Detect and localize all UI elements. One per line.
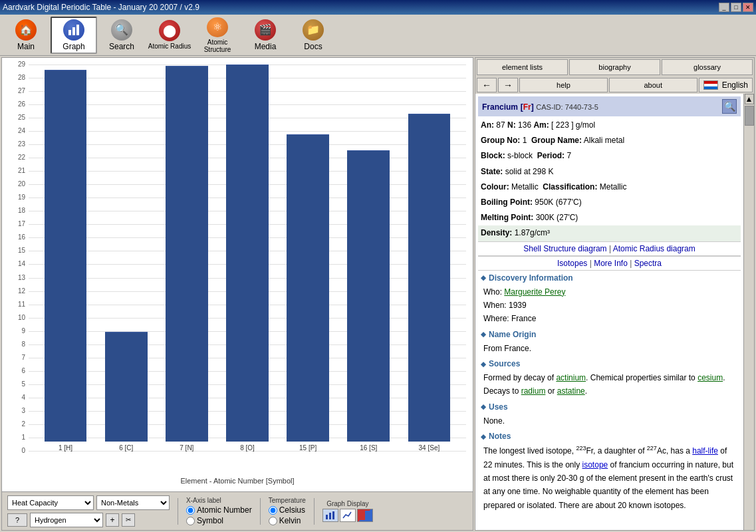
- melting-row: Melting Point: 300K (27'C): [478, 210, 741, 225]
- scrollbar-thumb[interactable]: [745, 106, 754, 126]
- melting-point: 300K (27'C): [536, 213, 578, 222]
- radium-link[interactable]: radium: [521, 386, 546, 396]
- celsius-radio[interactable]: [269, 506, 277, 515]
- bar[interactable]: [347, 150, 390, 442]
- sources-content: Formed by decay of actinium. Chemical pr…: [478, 370, 741, 400]
- half-life-link[interactable]: half-life: [692, 446, 718, 456]
- language-button[interactable]: English: [699, 78, 753, 92]
- help-button[interactable]: ?: [7, 513, 27, 527]
- period: 7: [567, 151, 571, 160]
- back-button[interactable]: ←: [477, 78, 497, 92]
- y-axis-label: 11: [9, 301, 25, 308]
- element-search-button[interactable]: 🔍: [722, 99, 737, 114]
- toolbar-graph-label: Graph: [63, 42, 84, 51]
- y-axis-label: 10: [9, 314, 25, 321]
- melting-label: Melting Point:: [481, 213, 533, 222]
- isotope-link[interactable]: isotope: [582, 460, 608, 469]
- block-period-row: Block: s-block Period: 7: [478, 148, 741, 164]
- bar[interactable]: [408, 114, 451, 442]
- bar-chart-button[interactable]: [322, 509, 338, 522]
- graph-display-section: Graph Display: [322, 500, 373, 522]
- toolbar-media-button[interactable]: 🎬 Media: [242, 17, 289, 54]
- uses-diamond-icon: ◆: [481, 403, 486, 410]
- titlebar: Aardvark Digital Periodic Table - Januar…: [0, 0, 756, 15]
- symbol-radio-label[interactable]: Symbol: [186, 516, 252, 525]
- element-links-2: Isotopes | More Info | Spectra: [478, 256, 741, 271]
- bar[interactable]: [45, 70, 87, 442]
- help-nav-button[interactable]: help: [519, 78, 608, 92]
- actinium-link[interactable]: actinium: [556, 373, 586, 382]
- state: solid at 298 K: [505, 167, 554, 176]
- more-info-link[interactable]: More Info: [594, 259, 628, 268]
- name-origin-content: From France.: [478, 340, 741, 356]
- cesium-link[interactable]: cesium: [697, 373, 723, 382]
- bar[interactable]: [226, 65, 269, 442]
- y-axis-label: 26: [9, 100, 25, 108]
- close-button[interactable]: ✕: [743, 3, 753, 12]
- atomic-number-radio-label[interactable]: Atomic Number: [186, 505, 252, 515]
- spectra-link[interactable]: Spectra: [634, 259, 662, 268]
- flag-icon: [703, 80, 718, 90]
- biography-tab[interactable]: biography: [569, 59, 660, 75]
- atomic-number-radio[interactable]: [186, 506, 195, 515]
- boiling-row: Boiling Point: 950K (677'C): [478, 195, 741, 210]
- temperature-section: Temperature Celsius Kelvin: [269, 497, 306, 525]
- bar-group: 1 [H]: [35, 65, 96, 452]
- maximize-button[interactable]: □: [731, 3, 741, 12]
- svg-rect-6: [360, 511, 365, 520]
- forward-button[interactable]: →: [498, 78, 518, 92]
- state-label: State:: [481, 167, 503, 176]
- atomic-radius-link[interactable]: Atomic Radius diagram: [613, 244, 695, 253]
- y-axis-label: 28: [9, 74, 25, 81]
- type-row: Heat Capacity Non-Metals: [7, 495, 170, 510]
- bar-group: 8 [O]: [217, 65, 277, 452]
- group-name: Alkali metal: [584, 136, 624, 145]
- graph-type-select[interactable]: Heat Capacity: [7, 495, 94, 510]
- celsius-radio-label[interactable]: Celsius: [269, 505, 306, 515]
- bar[interactable]: [287, 134, 329, 442]
- atomic-radius-icon: ⬤: [159, 20, 180, 41]
- cut-button[interactable]: ✂: [122, 513, 135, 527]
- bar-label: 15 [P]: [299, 444, 316, 452]
- bar[interactable]: [166, 66, 208, 442]
- svg-rect-1: [72, 27, 75, 35]
- toolbar-atomic-radius-button[interactable]: ⬤ Atomic Radius: [146, 17, 193, 54]
- y-axis-label: 0: [9, 447, 25, 454]
- name-origin-title: Name Origin: [489, 330, 536, 339]
- shell-structure-link[interactable]: Shell Structure diagram: [523, 244, 606, 253]
- element-lists-tab[interactable]: element lists: [477, 59, 568, 75]
- element-mass-row: An: 87 N: 136 Am: [ 223 ] g/mol: [478, 118, 741, 133]
- astatine-link[interactable]: astatine: [557, 386, 585, 396]
- symbol-radio[interactable]: [186, 517, 195, 525]
- axis-label-title: X-Axis label: [186, 497, 252, 504]
- when-row: When: 1939: [483, 299, 735, 312]
- toolbar-docs-button[interactable]: 📁 Docs: [290, 17, 336, 54]
- line-chart-button[interactable]: [340, 509, 356, 522]
- discovery-content: Who: Marguerite Perey When: 1939 Where: …: [478, 284, 741, 327]
- toolbar-main-button[interactable]: 🏠 Main: [3, 17, 49, 54]
- element-select[interactable]: Hydrogen: [30, 513, 103, 527]
- toolbar-atomic-structure-button[interactable]: ⚛ Atomic Structure: [194, 17, 241, 54]
- n-label: N:: [507, 120, 516, 130]
- atomic-number: 87: [496, 120, 505, 130]
- notes-title: Notes: [489, 432, 511, 441]
- about-button[interactable]: about: [609, 78, 697, 92]
- add-button[interactable]: +: [106, 513, 119, 527]
- group-row: Group No: 1 Group Name: Alkali metal: [478, 133, 741, 148]
- minimize-button[interactable]: _: [719, 3, 729, 12]
- element-group-select[interactable]: Non-Metals: [96, 495, 170, 510]
- glossary-tab[interactable]: glossary: [662, 59, 753, 75]
- isotopes-link[interactable]: Isotopes: [557, 259, 587, 268]
- kelvin-radio-label[interactable]: Kelvin: [269, 516, 306, 525]
- scroll-up-button[interactable]: ▲: [745, 94, 754, 104]
- titlebar-controls[interactable]: _ □ ✕: [719, 3, 753, 12]
- toolbar-graph-button[interactable]: Graph: [51, 17, 97, 54]
- toolbar-search-button[interactable]: 🔍 Search: [98, 17, 145, 54]
- who-link[interactable]: Marguerite Perey: [504, 287, 565, 297]
- toolbar-atomic-radius-label: Atomic Radius: [148, 43, 191, 50]
- bar[interactable]: [105, 332, 148, 442]
- kelvin-radio[interactable]: [269, 517, 277, 525]
- y-axis-label: 25: [9, 114, 25, 121]
- right-top-nav: element lists biography glossary: [475, 58, 754, 76]
- color-button[interactable]: [357, 509, 373, 522]
